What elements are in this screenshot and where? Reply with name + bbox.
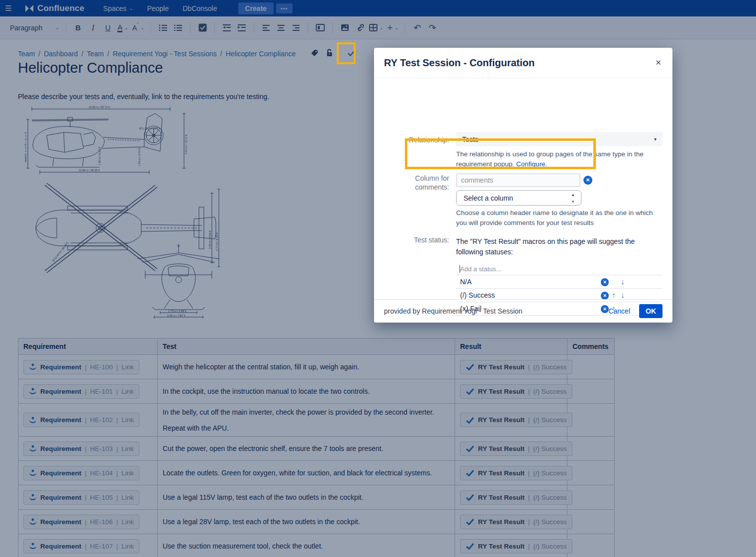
add-status-input[interactable] [456, 263, 662, 275]
test-status-label: Test status: [374, 235, 449, 244]
clear-column-icon[interactable]: ✕ [583, 176, 592, 185]
relationship-help: The relationship is used to group pages … [456, 149, 648, 169]
cancel-button[interactable]: Cancel [608, 307, 630, 315]
status-row-na: N/A ✕ ↓ [456, 275, 662, 289]
column-for-comments-label: Column for comments: [374, 174, 449, 192]
add-status-row [456, 263, 662, 275]
test-status-description: The "RY Test Result" macros on this page… [456, 236, 648, 257]
config-modal: RY Test Session - Configuration ✕ Relati… [374, 48, 672, 323]
modal-footer: provided by Requirement Yogi - Test Sess… [374, 299, 672, 323]
relationship-select[interactable]: Tests ▾ [456, 132, 662, 146]
confluence-screen: ☰ Confluence Spaces ⌄ People DbConsole C… [0, 0, 756, 557]
relationship-label: Relationship: [374, 135, 449, 144]
scroll-down-icon[interactable]: ▼ [571, 200, 575, 204]
modal-title: RY Test Session - Configuration [384, 57, 535, 69]
column-comments-input[interactable] [456, 173, 580, 187]
text-cursor [460, 265, 460, 273]
caret-down-icon: ▾ [654, 136, 657, 142]
move-up-icon[interactable]: ↑ [610, 291, 618, 300]
move-down-icon[interactable]: ↓ [619, 277, 627, 286]
scroll-up-icon[interactable]: ▲ [571, 193, 575, 197]
column-help: Choose a column header name to designate… [456, 208, 665, 228]
configure-link[interactable]: Configure. [516, 160, 547, 168]
provided-by-text: provided by Requirement Yogi - Test Sess… [384, 307, 522, 315]
remove-status-icon[interactable]: ✕ [601, 292, 609, 300]
move-down-icon[interactable]: ↓ [619, 291, 627, 300]
remove-status-icon[interactable]: ✕ [601, 278, 609, 286]
modal-body: Relationship: Tests ▾ The relationship i… [374, 78, 672, 299]
ok-button[interactable]: OK [639, 304, 662, 318]
column-select-dropdown[interactable]: Select a column ▲ ▼ [456, 190, 581, 206]
close-icon[interactable]: ✕ [655, 58, 662, 67]
modal-header: RY Test Session - Configuration ✕ [374, 48, 672, 78]
